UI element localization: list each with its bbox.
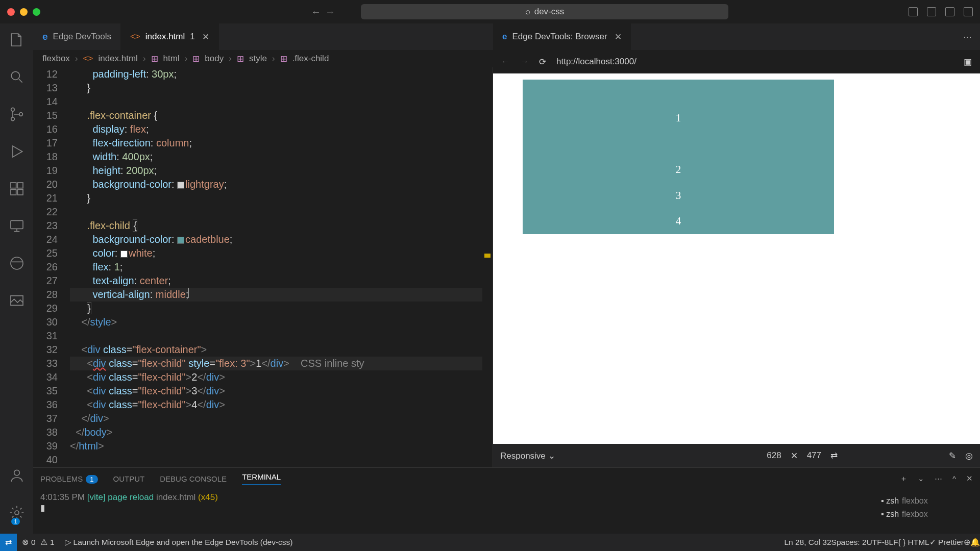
panel-tab-debug[interactable]: DEBUG CONSOLE xyxy=(160,474,227,483)
dimension-x: ✕ xyxy=(791,450,798,461)
account-icon[interactable] xyxy=(9,467,25,486)
svg-rect-8 xyxy=(11,220,23,229)
target-icon[interactable]: ◎ xyxy=(965,450,973,461)
edge-icon[interactable] xyxy=(9,255,25,274)
tab-label: Edge DevTools xyxy=(53,32,111,42)
browser-reload-icon[interactable]: ⟳ xyxy=(539,57,546,67)
svg-point-9 xyxy=(11,257,23,269)
panel-tab-terminal[interactable]: TERMINAL xyxy=(242,472,281,485)
rotate-icon[interactable]: ⇄ xyxy=(830,450,838,461)
titlebar: ← → ⌕ dev-css xyxy=(0,0,980,23)
status-eol[interactable]: LF xyxy=(889,538,898,547)
tab-dirty-count: 1 xyxy=(190,32,194,42)
image-icon[interactable] xyxy=(9,292,25,311)
tab-edge-devtools[interactable]: e Edge DevTools xyxy=(33,23,121,50)
maximize-panel-icon[interactable]: ^ xyxy=(952,474,956,483)
crumb[interactable]: .flex-child xyxy=(292,54,329,64)
svg-point-12 xyxy=(15,511,19,515)
crumb[interactable]: style xyxy=(249,54,267,64)
explorer-icon[interactable] xyxy=(9,32,25,51)
status-cursor[interactable]: Ln 28, Col 32 xyxy=(784,538,831,547)
remote-explorer-icon[interactable] xyxy=(9,218,25,237)
extensions-icon[interactable] xyxy=(9,181,25,199)
status-prettier[interactable]: ✓ Prettier xyxy=(929,538,964,547)
tab-label: index.html xyxy=(145,32,185,42)
source-control-icon[interactable] xyxy=(9,106,25,125)
layout-customize-icon[interactable] xyxy=(964,7,973,16)
terminal-session[interactable]: ▪ zshflexbox xyxy=(881,494,973,508)
device-mode[interactable]: Responsive ⌄ xyxy=(500,450,555,461)
status-feedback-icon[interactable]: ⊕ xyxy=(964,538,970,547)
layout-panel-bottom-icon[interactable] xyxy=(927,7,936,16)
layout-panel-left-icon[interactable] xyxy=(909,7,918,16)
nav-back-icon[interactable]: ← xyxy=(311,6,321,18)
activity-bar: 1 xyxy=(0,23,33,534)
inspect-icon[interactable]: ▣ xyxy=(964,57,972,67)
minimize-window[interactable] xyxy=(20,8,28,16)
status-indent[interactable]: Spaces: 2 xyxy=(831,538,867,547)
crumb[interactable]: html xyxy=(163,54,180,64)
status-launch[interactable]: ▷ Launch Microsoft Edge and open the Edg… xyxy=(60,538,298,547)
search-icon[interactable] xyxy=(9,69,25,88)
close-tab-icon[interactable]: ✕ xyxy=(202,32,209,42)
new-terminal-icon[interactable]: ＋ xyxy=(900,474,908,484)
crumb[interactable]: index.html xyxy=(98,54,137,64)
svg-point-0 xyxy=(11,71,19,80)
browser-url[interactable]: http://localhost:3000/ xyxy=(556,57,636,67)
command-center[interactable]: ⌕ dev-css xyxy=(361,4,728,19)
preview-item: 3 xyxy=(523,183,834,209)
crumb[interactable]: body xyxy=(205,54,224,64)
browser-viewport[interactable]: 1 2 3 4 xyxy=(493,73,980,444)
browser-pane: e Edge DevTools: Browser ✕ ⋯ ← → ⟳ http:… xyxy=(493,67,980,467)
browser-back-icon[interactable]: ← xyxy=(501,57,510,67)
terminal[interactable]: 4:01:35 PM [vite] page reload index.html… xyxy=(33,489,980,534)
search-text: dev-css xyxy=(534,7,565,17)
terminal-list[interactable]: ▪ zshflexbox ▪ zshflexbox xyxy=(881,492,973,531)
more-icon[interactable]: ⋯ xyxy=(935,474,942,483)
status-bell-icon[interactable]: 🔔 xyxy=(970,538,980,547)
tag-icon: ⊞ xyxy=(237,54,244,64)
browser-forward-icon[interactable]: → xyxy=(520,57,529,67)
tab-index-html[interactable]: <> index.html 1 ✕ xyxy=(121,23,219,50)
code-editor[interactable]: 1213141516 1718192021 2223242526 2728293… xyxy=(33,67,493,467)
panel-tab-output[interactable]: OUTPUT xyxy=(113,474,145,483)
tag-icon: ⊞ xyxy=(151,54,158,64)
run-debug-icon[interactable] xyxy=(9,143,25,162)
status-encoding[interactable]: UTF-8 xyxy=(867,538,889,547)
minimap[interactable] xyxy=(482,67,493,467)
terminal-session[interactable]: ▪ zshflexbox xyxy=(881,508,973,521)
status-bar: ⇄ ⊗ 0 ⚠ 1 ▷ Launch Microsoft Edge and op… xyxy=(0,534,980,551)
viewport-height[interactable]: 477 xyxy=(807,450,821,461)
preview-flex-container: 1 2 3 4 xyxy=(523,80,834,234)
edge-tab-icon: e xyxy=(42,31,48,42)
close-tab-icon[interactable]: ✕ xyxy=(615,32,622,42)
html-file-icon: <> xyxy=(130,32,140,42)
tab-browser[interactable]: e Edge DevTools: Browser ✕ xyxy=(493,23,631,50)
chevron-down-icon: ⌄ xyxy=(548,451,555,461)
viewport-width[interactable]: 628 xyxy=(767,450,781,461)
settings-icon[interactable]: 1 xyxy=(9,505,25,523)
svg-point-11 xyxy=(14,470,19,475)
svg-rect-6 xyxy=(11,189,16,195)
browser-toolbar: ← → ⟳ http://localhost:3000/ ▣ xyxy=(493,50,980,73)
status-errors[interactable]: ⊗ 0 ⚠ 1 xyxy=(17,538,60,547)
more-icon[interactable]: ⋯ xyxy=(963,32,972,42)
maximize-window[interactable] xyxy=(33,8,40,16)
close-panel-icon[interactable]: ✕ xyxy=(966,474,973,483)
terminal-dropdown-icon[interactable]: ⌄ xyxy=(918,474,924,483)
bottom-panel: PROBLEMS1 OUTPUT DEBUG CONSOLE TERMINAL … xyxy=(33,467,980,534)
nav-forward-icon[interactable]: → xyxy=(325,6,335,18)
svg-rect-4 xyxy=(11,183,16,188)
panel-tab-problems[interactable]: PROBLEMS1 xyxy=(40,474,98,483)
class-icon: ⊞ xyxy=(280,54,287,64)
remote-indicator[interactable]: ⇄ xyxy=(0,534,17,551)
edge-tab-icon: e xyxy=(502,32,507,42)
svg-rect-5 xyxy=(17,183,23,188)
line-gutter: 1213141516 1718192021 2223242526 2728293… xyxy=(33,67,70,467)
layout-panel-right-icon[interactable] xyxy=(945,7,954,16)
status-language[interactable]: { } HTML xyxy=(898,538,929,547)
crumb[interactable]: flexbox xyxy=(42,54,70,64)
svg-rect-7 xyxy=(17,189,23,195)
close-window[interactable] xyxy=(7,8,15,16)
eyedropper-icon[interactable]: ✎ xyxy=(949,450,956,461)
